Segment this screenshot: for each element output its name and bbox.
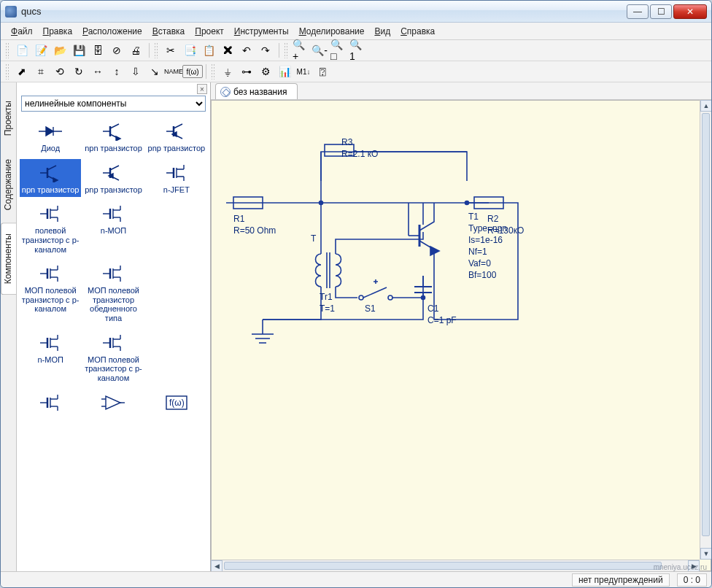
rotate-button[interactable]: ↻: [70, 63, 88, 80]
mirror-button[interactable]: ⟲: [51, 63, 69, 80]
menu-view[interactable]: Вид: [370, 25, 395, 38]
save-button[interactable]: 💾: [70, 42, 88, 59]
menu-edit[interactable]: Правка: [39, 25, 77, 38]
open-button[interactable]: 📂: [51, 42, 69, 59]
component-category-combo[interactable]: нелинейные компоненты: [21, 96, 206, 112]
component-item[interactable]: [82, 389, 144, 418]
app-icon: [5, 6, 17, 18]
data-display-button[interactable]: 📊: [276, 63, 293, 80]
component-label: npn транзистор: [85, 144, 142, 153]
simulate-button[interactable]: ⚙: [257, 63, 274, 80]
zoom-11-button[interactable]: 🔍1: [349, 42, 366, 59]
toolbar-grip[interactable]: [211, 63, 214, 80]
component-item[interactable]: МОП полевой транзистор с p-каналом: [82, 329, 144, 386]
deactivate-button[interactable]: ⇩: [127, 63, 144, 80]
svg-marker-80: [106, 396, 120, 409]
panel-close-button[interactable]: ×: [197, 84, 207, 94]
component-item[interactable]: [146, 260, 207, 326]
component-item[interactable]: Диод: [20, 117, 81, 156]
whatsthis-button[interactable]: ⍰: [314, 63, 331, 80]
scroll-up-button[interactable]: ▲: [700, 100, 711, 112]
toolbar-grip[interactable]: [154, 42, 158, 58]
select-button[interactable]: ⬈: [13, 63, 31, 80]
label-c1: C1: [427, 303, 438, 314]
component-item[interactable]: pnp транзистор: [146, 117, 207, 156]
toolbar-grip[interactable]: [284, 42, 287, 58]
component-icon: [162, 263, 191, 285]
side-tab-content[interactable]: Содержание: [1, 148, 16, 221]
wire-label-button[interactable]: NAME: [165, 63, 182, 80]
paste-button[interactable]: 📋: [200, 42, 217, 59]
component-label: n-МОП: [37, 355, 63, 365]
component-icon: [36, 392, 65, 414]
menu-tools[interactable]: Инструменты: [230, 25, 293, 38]
copy-button[interactable]: 📑: [181, 42, 198, 59]
close-button[interactable]: ✕: [673, 4, 707, 19]
status-coords: 0 : 0: [677, 573, 707, 587]
flip-v-button[interactable]: ↕: [108, 63, 125, 80]
menu-help[interactable]: Справка: [396, 25, 439, 38]
undo-button[interactable]: ↶: [238, 42, 255, 59]
component-item[interactable]: f(ω): [146, 389, 207, 418]
horizontal-scrollbar[interactable]: ◀ ▶: [211, 560, 700, 571]
doc-tab-untitled[interactable]: без названия: [215, 83, 298, 99]
side-tab-components[interactable]: Компоненты: [1, 223, 16, 295]
flip-h-button[interactable]: ↔: [89, 63, 107, 80]
scroll-down-button[interactable]: ▼: [700, 548, 711, 560]
scroll-thumb-h[interactable]: [224, 562, 662, 570]
cut-button[interactable]: ✂: [162, 42, 179, 59]
component-item[interactable]: полевой транзистор с p-каналом: [20, 200, 81, 257]
schematic-icon: [220, 87, 231, 97]
toolbar-sep: [149, 43, 150, 58]
equation-button[interactable]: f(ω): [184, 63, 201, 80]
side-tab-projects[interactable]: Проекты: [1, 90, 16, 147]
maximize-button[interactable]: ☐: [650, 4, 672, 19]
menu-sim[interactable]: Моделирование: [295, 25, 369, 38]
titlebar: qucs — ☐ ✕: [1, 1, 711, 23]
new-file-button[interactable]: 📄: [13, 42, 31, 59]
component-item[interactable]: npn транзистор: [82, 117, 144, 156]
ground-button[interactable]: ⏚: [219, 63, 236, 80]
component-item[interactable]: [146, 200, 207, 257]
save-all-button[interactable]: 🗄: [89, 42, 107, 59]
component-item[interactable]: pnp транзистор: [82, 159, 144, 198]
svg-line-6: [110, 124, 119, 128]
component-item[interactable]: npn транзистор: [20, 159, 81, 198]
toolbar-edit: ⬈ ⌗ ⟲ ↻ ↔ ↕ ⇩ ↘ NAME f(ω) ⏚ ⊶ ⚙ 📊 M1↓ ⍰: [1, 61, 711, 82]
close-doc-button[interactable]: ⊘: [108, 42, 125, 59]
edit-circuit-button[interactable]: ⌗: [32, 63, 50, 80]
component-item[interactable]: n-МОП: [20, 329, 81, 386]
menu-file[interactable]: Файл: [7, 25, 37, 38]
toolbar-grip[interactable]: [5, 63, 9, 80]
component-item[interactable]: [20, 389, 81, 418]
component-item[interactable]: МОП полевой транзистор с p-каналом: [20, 260, 81, 326]
redo-button[interactable]: ↷: [257, 42, 274, 59]
zoom-in-button[interactable]: 🔍+: [292, 42, 309, 59]
component-item[interactable]: n-JFET: [146, 159, 207, 198]
label-t1a: Type=npn: [468, 223, 507, 233]
marker-button[interactable]: M1↓: [295, 63, 312, 80]
component-item[interactable]: МОП полевой транзистор обедненного типа: [82, 260, 144, 326]
menu-layout[interactable]: Расположение: [78, 25, 147, 38]
minimize-button[interactable]: —: [627, 4, 649, 19]
svg-point-94: [388, 295, 392, 300]
category-select[interactable]: нелинейные компоненты: [21, 96, 206, 112]
menu-insert[interactable]: Вставка: [148, 25, 190, 38]
scroll-left-button[interactable]: ◀: [211, 560, 222, 571]
component-icon: [98, 203, 128, 225]
new-text-button[interactable]: 📝: [32, 42, 50, 59]
menu-project[interactable]: Проект: [190, 25, 228, 38]
zoom-out-button[interactable]: 🔍-: [311, 42, 328, 59]
scroll-thumb-v[interactable]: [702, 113, 710, 536]
delete-button[interactable]: 🗙: [219, 42, 236, 59]
toolbar-grip[interactable]: [5, 42, 9, 58]
zoom-fit-button[interactable]: 🔍□: [330, 42, 347, 59]
port-button[interactable]: ⊶: [238, 63, 255, 80]
component-icon: f(ω): [162, 392, 191, 414]
schematic-canvas[interactable]: R3 R=2.1 кО R1 R=50 Ohm R2 R=130кО T1 Ty…: [211, 100, 711, 571]
print-button[interactable]: 🖨: [127, 42, 144, 59]
component-item[interactable]: n-МОП: [82, 200, 144, 257]
component-item[interactable]: [146, 329, 207, 386]
svg-line-21: [110, 166, 119, 170]
vertical-scrollbar[interactable]: ▲ ▼: [700, 100, 711, 560]
